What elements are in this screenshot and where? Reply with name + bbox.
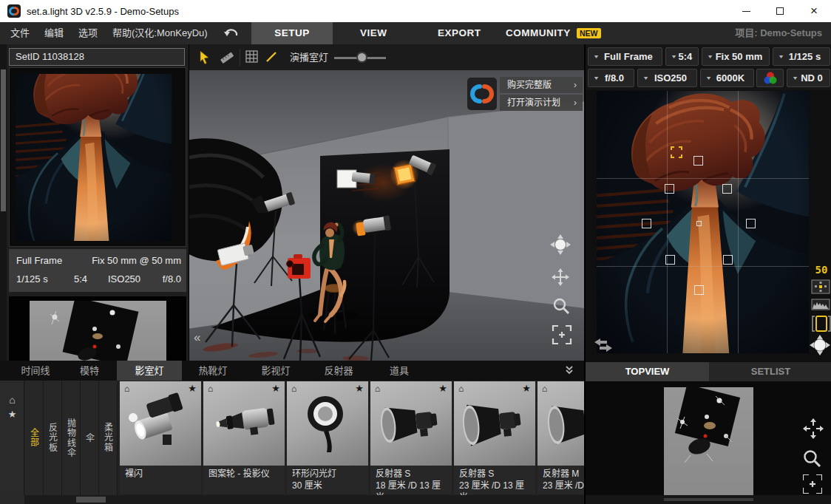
iso-dropdown[interactable]: ▼ISO250 [637,69,697,87]
tab-props[interactable]: 道具 [370,361,429,381]
tab-reflectors[interactable]: 反射器 [309,361,368,381]
chevron-down-icon: ▼ [707,54,713,59]
undo-icon[interactable] [223,27,240,41]
tab-model[interactable]: 模特 [60,361,119,381]
project-label: 项目: Demo-Setups [735,22,822,44]
category-umbrella[interactable]: 伞 [81,381,99,495]
light-card[interactable]: ⌂ ★ 反射器 S18 厘米 /D 13 厘米 [370,381,452,494]
focus-points-icon[interactable] [811,279,830,296]
new-badge: NEW [577,28,601,38]
menu-help[interactable]: 帮助(汉化:MonKeyDu) [112,22,208,44]
category-all[interactable]: 全部 [25,381,44,495]
star-icon[interactable]: ★ [438,383,447,394]
tab-community[interactable]: COMMUNITY [506,22,571,44]
menu-options[interactable]: 选项 [78,22,98,44]
light-card-label: 环形闪光灯30 厘米 [287,466,368,494]
camera-view-image[interactable] [597,91,809,353]
iso-value: ISO250 [108,273,140,285]
pan-icon[interactable] [803,418,824,441]
sensor-dropdown[interactable]: ▼Full Frame [588,47,662,66]
tab-export[interactable]: EXPORT [438,22,481,44]
light-size: 23 厘米 /D 1 [543,480,584,491]
set-id-field[interactable]: SetID 11038128 [9,48,185,66]
topview-scrollbar [586,495,831,504]
shutter-dropdown[interactable]: ▼1/125 s [773,47,830,66]
light-card-label: 反射器 S18 厘米 /D 13 厘米 [370,466,452,494]
left-scrollbar-thumb[interactable] [1,69,6,211]
histogram-icon[interactable] [811,299,830,313]
select-tool-icon[interactable] [198,50,211,67]
chevron-down-icon: ▼ [642,75,649,81]
camera-joystick-control[interactable] [809,334,831,358]
tab-view[interactable]: VIEW [360,22,387,44]
center-view-icon[interactable] [803,474,822,495]
grid-tool-icon[interactable] [245,50,259,66]
light-card[interactable]: ⌂ ★ 环形闪光灯30 厘米 [287,381,368,494]
star-icon[interactable]: ★ [271,383,280,394]
tab-studio-lights[interactable]: 影室灯 [117,361,182,381]
focus-point [694,285,704,295]
aspect-frame-icon[interactable] [811,315,831,335]
menu-bar: 文件 编辑 选项 帮助(汉化:MonKeyDu) SETUP VIEW EXPO… [0,22,831,44]
grid-line [667,91,668,353]
camera-preview-thumbnail[interactable] [9,67,186,247]
light-name: 图案轮 - 投影仪 [208,468,279,480]
studio-3d-viewport[interactable]: 购买完整版› 打开演示计划› « [189,70,585,361]
open-demo-plan-button[interactable]: 打开演示计划› [500,95,583,111]
menu-edit[interactable]: 编辑 [44,22,64,44]
tab-topview[interactable]: TOPVIEW [586,362,709,381]
maximize-button[interactable] [763,0,797,22]
light-card[interactable]: ⌂ ★ 裸闪 [120,381,201,494]
aperture-dropdown[interactable]: ▼f/8.0 [588,69,634,87]
intensity-slider-knob[interactable] [356,52,367,63]
star-icon[interactable]: ★ [355,383,364,394]
light-card[interactable]: ⌂ ★ 反射器 S23 厘米 /D 13 厘米 [454,381,535,494]
color-profile-button[interactable] [756,69,784,87]
topview-items [664,387,753,495]
ratio-dropdown[interactable]: ▼5:4 [665,47,699,66]
tab-setlist[interactable]: SETLIST [709,362,831,381]
light-name: 环形闪光灯 [292,468,363,480]
category-softbox[interactable]: 柔光箱 [99,381,118,495]
minimize-button[interactable] [729,0,763,22]
zoom-icon[interactable] [803,449,822,471]
swap-view-icon[interactable] [594,338,612,354]
tab-timeline[interactable]: 时间线 [6,361,65,381]
light-library-panel: ⌂ ★ 全部 反光板 抛物线伞 伞 柔光箱 [0,381,584,495]
home-filter-icon[interactable]: ⌂ [0,394,24,406]
star-icon[interactable]: ★ [188,383,197,394]
star-icon[interactable]: ★ [522,383,531,394]
library-filter-rail: ⌂ ★ [0,381,24,495]
lens-dropdown[interactable]: ▼Fix 50 mm [702,47,770,66]
close-button[interactable]: × [797,0,831,22]
light-card[interactable]: ⌂ ★ 图案轮 - 投影仪 [203,381,285,494]
light-card-image [537,381,584,466]
tab-video-lights[interactable]: 影视灯 [246,361,305,381]
library-hscrollbar[interactable] [0,495,584,504]
sensor-value: Full Frame [16,255,62,266]
shutter-value: 1/125 s [16,273,48,285]
buy-full-version-button[interactable]: 购买完整版› [500,77,583,93]
collapse-panel-icon[interactable] [563,364,575,378]
library-hscrollbar-thumb[interactable] [76,497,106,503]
category-parabolic-umbrella[interactable]: 抛物线伞 [62,381,81,495]
chevron-down-icon: ▼ [778,54,784,59]
category-reflector-panel[interactable]: 反光板 [44,381,62,495]
viewport-toolbar: 演播室灯 [189,44,585,70]
tab-setup[interactable]: SETUP [251,22,333,44]
topview-thumbnail[interactable] [9,296,186,361]
white-balance-dropdown[interactable]: ▼6000K [700,69,754,87]
menu-file[interactable]: 文件 [10,22,30,44]
line-tool-icon[interactable] [265,50,278,66]
ruler-tool-icon[interactable] [219,50,235,67]
chevron-right-icon: › [574,77,577,93]
left-scrollbar[interactable] [0,44,7,361]
tab-speedlights[interactable]: 热靴灯 [183,361,242,381]
light-card-image [287,381,368,466]
nd-filter-dropdown[interactable]: ▼ND 0 [787,69,830,87]
favorites-filter-icon[interactable]: ★ [0,409,24,420]
ratio-value: 5:4 [74,273,87,285]
topview-panel[interactable] [586,381,831,495]
light-card[interactable]: ⌂ ★ 反射器 M23 厘米 /D 1 [537,381,584,494]
collapse-left-icon[interactable]: « [194,330,199,345]
